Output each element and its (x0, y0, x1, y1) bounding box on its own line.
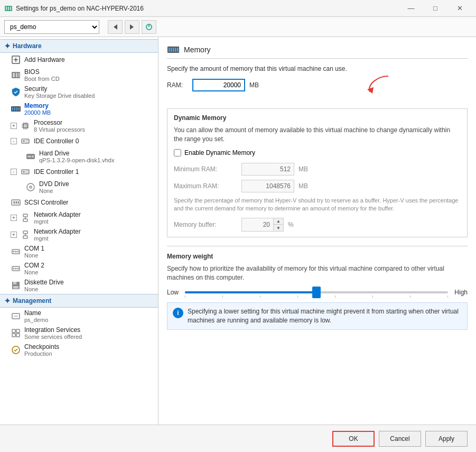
sidebar-item-diskette[interactable]: Diskette Drive None (0, 277, 158, 294)
vm-selector[interactable]: ps_demo (4, 20, 99, 34)
maximize-button[interactable]: □ (423, 0, 447, 17)
ok-button[interactable]: OK (332, 431, 375, 447)
power-button[interactable] (142, 20, 156, 34)
enable-dynamic-memory-checkbox[interactable] (174, 149, 181, 156)
memory-weight-desc: Specify how to prioritize the availabili… (167, 264, 468, 282)
buffer-spin: ▲ ▼ (274, 218, 283, 231)
info-icon: i (173, 308, 183, 318)
back-icon (112, 24, 118, 30)
sidebar-item-checkpoints[interactable]: Checkpoints Production (0, 342, 158, 358)
svg-rect-71 (16, 329, 20, 333)
memory-panel-icon (167, 45, 180, 54)
svg-rect-36 (26, 140, 28, 142)
svg-rect-77 (171, 48, 172, 52)
ide1-label: IDE Controller 1 (34, 168, 79, 176)
titlebar-left: Settings for ps_demo on NAC-HYPERV-2016 (4, 4, 144, 13)
svg-marker-5 (130, 24, 134, 30)
panel-header: Memory (167, 45, 468, 59)
slider-track[interactable] (185, 291, 448, 293)
checkpoints-label: Checkpoints (24, 343, 59, 350)
ide0-icon (20, 136, 31, 146)
enable-dynamic-memory-label[interactable]: Enable Dynamic Memory (184, 149, 255, 156)
scsi-icon (11, 197, 21, 208)
sidebar: ✦ Hardware Add Hardware BIOS Boot from C… (0, 37, 158, 425)
svg-rect-1 (6, 7, 7, 10)
buffer-spin-down[interactable]: ▼ (274, 225, 283, 231)
svg-point-43 (27, 183, 34, 191)
svg-rect-79 (175, 48, 176, 52)
minimize-button[interactable]: — (399, 0, 423, 17)
sidebar-item-ide0[interactable]: - IDE Controller 0 (0, 134, 158, 148)
sidebar-item-scsi[interactable]: SCSI Controller (0, 196, 158, 209)
bios-sub: Boot from CD (24, 76, 60, 82)
cancel-button[interactable]: Cancel (379, 431, 421, 447)
svg-rect-49 (18, 201, 19, 204)
sidebar-item-memory[interactable]: Memory 20000 MB (0, 100, 158, 117)
management-section-label: Management (13, 297, 51, 305)
svg-rect-39 (27, 156, 31, 158)
sidebar-item-hard-drive[interactable]: Hard Drive qPS-1.3.2-9-open-disk1.vhdx (0, 148, 158, 165)
info-text: Specifying a lower setting for this virt… (188, 307, 462, 325)
dynamic-memory-title: Dynamic Memory (174, 114, 461, 122)
svg-rect-72 (12, 334, 15, 337)
back-button[interactable] (108, 20, 123, 34)
svg-rect-13 (16, 73, 17, 77)
slider-thumb[interactable] (312, 287, 321, 298)
svg-rect-41 (23, 171, 25, 173)
sidebar-item-dvd[interactable]: DVD Drive None (0, 179, 158, 196)
close-button[interactable]: ✕ (447, 0, 472, 17)
processor-sub: 8 Virtual processors (34, 126, 85, 133)
toolbar: ps_demo (0, 17, 476, 37)
apply-button[interactable]: Apply (425, 431, 468, 447)
sidebar-item-bios[interactable]: BIOS Boot from CD (0, 67, 158, 84)
svg-marker-4 (114, 24, 117, 30)
sidebar-item-com2[interactable]: COM 2 None (0, 260, 158, 277)
hardware-section-icon: ✦ (4, 42, 11, 50)
forward-button[interactable] (125, 20, 139, 34)
security-label: Security (24, 85, 95, 93)
svg-rect-66 (16, 282, 17, 284)
ide1-expand[interactable]: - (11, 169, 17, 175)
min-ram-input[interactable] (241, 163, 294, 176)
net1-expand[interactable]: + (11, 215, 17, 221)
sidebar-item-com1[interactable]: COM 1 None (0, 243, 158, 260)
ide0-expand[interactable]: - (11, 138, 17, 144)
ram-input[interactable] (192, 79, 245, 91)
processor-expand[interactable]: + (11, 123, 17, 129)
svg-rect-14 (18, 73, 20, 77)
sidebar-item-security[interactable]: Security Key Storage Drive disabled (0, 84, 158, 100)
svg-rect-16 (12, 107, 13, 110)
net2-expand[interactable]: + (11, 232, 17, 238)
buffer-spin-up[interactable]: ▲ (274, 218, 283, 225)
sidebar-item-add-hardware[interactable]: Add Hardware (0, 53, 158, 67)
max-ram-input[interactable] (241, 180, 294, 192)
sidebar-item-net2[interactable]: + Network Adapter mgmt (0, 226, 158, 243)
svg-point-63 (17, 268, 19, 270)
com2-sub: None (24, 269, 44, 275)
titlebar-controls: — □ ✕ (399, 0, 472, 17)
svg-rect-42 (26, 171, 28, 173)
buffer-input[interactable] (242, 218, 274, 231)
bios-label: BIOS (24, 68, 60, 76)
buffer-description: Specify the percentage of memory that Hy… (174, 197, 461, 213)
network2-icon (20, 229, 31, 240)
checkpoints-sub: Production (24, 350, 59, 357)
buffer-row: Memory buffer: ▲ ▼ % (174, 218, 461, 232)
diskette-icon (11, 280, 21, 291)
sidebar-item-processor[interactable]: + Processor 8 Virtual processors (0, 117, 158, 134)
dynamic-memory-desc: You can allow the amount of memory avail… (174, 126, 461, 144)
svg-rect-80 (177, 48, 179, 52)
sidebar-item-name[interactable]: Name ps_demo (0, 308, 158, 325)
security-sub: Key Storage Drive disabled (24, 93, 95, 99)
panel-description: Specify the amount of memory that this v… (167, 65, 468, 72)
dvd-icon (25, 182, 36, 192)
diskette-sub: None (24, 286, 64, 292)
network1-icon (20, 213, 31, 223)
svg-rect-3 (10, 7, 11, 10)
titlebar: Settings for ps_demo on NAC-HYPERV-2016 … (0, 0, 476, 17)
svg-rect-12 (13, 73, 15, 77)
sidebar-item-ide1[interactable]: - IDE Controller 1 (0, 165, 158, 179)
sidebar-item-integration[interactable]: Integration Services Some services offer… (0, 325, 158, 342)
processor-icon (20, 121, 31, 131)
sidebar-item-net1[interactable]: + Network Adapter mgmt (0, 209, 158, 226)
